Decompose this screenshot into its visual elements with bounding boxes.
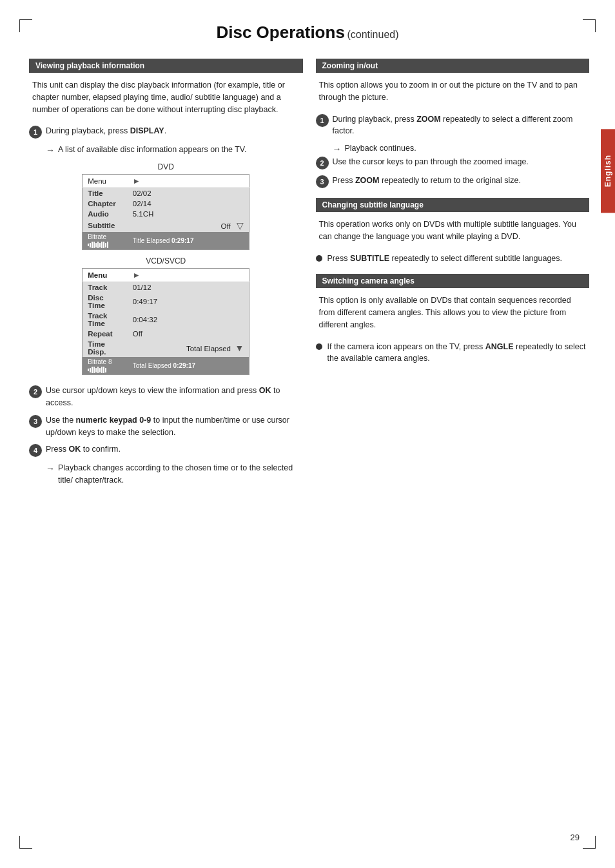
vcd-val-disctime: 0:49:17 (128, 293, 249, 311)
zoom-section-header: Zooming in/out (316, 59, 590, 73)
vcd-row-tracktime: Track Time 0:04:32 (83, 311, 249, 329)
step-4-arrow-text: Playback changes according to the chosen… (58, 462, 303, 487)
main-content: Viewing playback information This unit c… (0, 52, 615, 499)
zoom-step-1-key: ZOOM (416, 115, 441, 124)
step-4-text-before: Press (46, 445, 68, 454)
dvd-bitrate-label: Bitrate (83, 232, 128, 250)
dvd-label: DVD (29, 162, 303, 171)
vcd-row-disctime: Disc Time 0:49:17 (83, 293, 249, 311)
zoom-step-3-key: ZOOM (355, 176, 380, 185)
page-number: 29 (571, 833, 580, 842)
page-continued-label: (continued) (347, 29, 398, 40)
step-4-arrow: → Playback changes according to the chos… (46, 462, 303, 487)
corner-border-rb (595, 836, 596, 849)
dvd-val-audio: 5.1CH (128, 209, 249, 219)
zoom-step-2-num: 2 (316, 157, 329, 169)
corner-border-bl (19, 848, 32, 849)
dvd-row-audio: Audio 5.1CH (83, 209, 249, 219)
step-1-num: 1 (29, 126, 42, 139)
right-column: Zooming in/out This option allows you to… (316, 59, 590, 487)
zoom-step-1-num: 1 (316, 114, 329, 127)
subtitle-bullet-content: Press SUBTITLE repeatedly to select diff… (327, 253, 563, 265)
zoom-step-3-content: Press ZOOM repeatedly to return to the o… (333, 175, 590, 187)
step-2-key: OK (259, 386, 271, 395)
vcd-bitrate-row: Bitrate 8 Total Elapsed 0:29:17 (83, 357, 249, 375)
zoom-step-2-content: Use the cursor keys to pan through the z… (333, 156, 590, 168)
corner-border-rt (595, 19, 596, 32)
dvd-val-title: 02/02 (128, 188, 249, 199)
viewing-intro: This unit can display the disc playback … (29, 79, 303, 115)
subtitle-after: repeatedly to select different subtitle … (389, 254, 562, 263)
page-title-area: Disc Operations (continued) (0, 0, 615, 52)
vcd-row-track: Track 01/12 (83, 282, 249, 293)
subtitle-bullet-dot (316, 255, 322, 262)
left-column: Viewing playback information This unit c… (29, 59, 303, 487)
dvd-menu-arrow: ► (128, 175, 249, 188)
dvd-key-audio: Audio (83, 209, 128, 219)
camera-before: If the camera icon appears on the TV, pr… (327, 342, 485, 351)
page-title: Disc Operations (216, 23, 344, 42)
dvd-key-subtitle: Subtitle (83, 219, 128, 232)
subtitle-key: SUBTITLE (350, 254, 389, 263)
corner-border-lt (19, 19, 20, 32)
zoom-step-3: 3 Press ZOOM repeatedly to return to the… (316, 175, 590, 188)
english-tab: English (601, 129, 615, 213)
step-4: 4 Press OK to confirm. (29, 443, 303, 457)
step-3-key: numeric keypad 0-9 (76, 416, 151, 425)
vcd-key-repeat: Repeat (83, 329, 128, 339)
zoom-intro: This option allows you to zoom in or out… (316, 79, 590, 104)
dvd-bitrate-bar (88, 242, 108, 248)
vcd-row-repeat: Repeat Off (83, 329, 249, 339)
vcd-table-wrapper: Menu ► Track 01/12 Disc Time 0:49:17 Tra… (82, 268, 249, 375)
dvd-bitrate-row: Bitrate Title Elapsed 0:29:17 (83, 232, 249, 250)
step-1-text-before: During playback, press (46, 126, 130, 135)
vcd-bitrate-label: Bitrate 8 (83, 357, 128, 375)
dvd-menu-label: Menu (83, 175, 128, 188)
dvd-row-subtitle: Subtitle Off ▽ (83, 219, 249, 232)
dvd-elapsed: Title Elapsed 0:29:17 (128, 232, 249, 250)
vcd-menu-label: Menu (83, 269, 128, 282)
zoom-step-1-content: During playback, press ZOOM repeatedly t… (333, 113, 590, 138)
vcd-bitrate-bar (88, 367, 106, 373)
dvd-row-title: Title 02/02 (83, 188, 249, 199)
zoom-step-1-arrow-text: Playback continues. (345, 142, 416, 155)
subtitle-section-header: Changing subtitle language (316, 198, 590, 212)
vcd-key-tracktime: Track Time (83, 311, 128, 329)
step-1-text-after: . (164, 126, 166, 135)
vcd-key-track: Track (83, 282, 128, 293)
zoom-step-1: 1 During playback, press ZOOM repeatedly… (316, 113, 590, 138)
vcd-elapsed: Total Elapsed 0:29:17 (128, 357, 249, 375)
vcd-val-tracktime: 0:04:32 (128, 311, 249, 329)
step-1-arrow-text: A list of available disc information app… (58, 144, 247, 156)
subtitle-intro: This operation works only on DVDs with m… (316, 218, 590, 243)
vcd-val-repeat: Off (128, 329, 249, 339)
zoom-step-1-arrow: → Playback continues. (333, 142, 590, 156)
step-4-key: OK (68, 445, 81, 454)
step-4-content: Press OK to confirm. (46, 443, 303, 456)
dvd-val-subtitle: Off ▽ (128, 219, 249, 232)
subtitle-bullet: Press SUBTITLE repeatedly to select diff… (316, 253, 590, 265)
step-3-text-before: Use the (46, 416, 76, 425)
step-1-key: DISPLAY (130, 126, 164, 135)
vcd-label: VCD/SVCD (29, 256, 303, 265)
arrow-symbol-1: → (46, 144, 55, 157)
step-2-text: Use cursor up/down keys to view the info… (46, 386, 259, 395)
subtitle-before: Press (327, 254, 350, 263)
step-1-arrow: → A list of available disc information a… (46, 144, 303, 157)
dvd-key-title: Title (83, 188, 128, 199)
step-1: 1 During playback, press DISPLAY. (29, 125, 303, 139)
camera-bullet-content: If the camera icon appears on the TV, pr… (327, 341, 590, 365)
dvd-menu-row: Menu ► (83, 175, 249, 188)
corner-border-lb (19, 836, 20, 849)
corner-border-tl (19, 19, 32, 20)
zoom-step-1-before: During playback, press (333, 115, 417, 124)
dvd-key-chapter: Chapter (83, 198, 128, 209)
vcd-key-timedisp: Time Disp. (83, 339, 128, 357)
step-3-content: Use the numeric keypad 0-9 to input the … (46, 414, 303, 439)
dvd-row-chapter: Chapter 02/14 (83, 198, 249, 209)
step-2-content: Use cursor up/down keys to view the info… (46, 385, 303, 409)
zoom-step-2: 2 Use the cursor keys to pan through the… (316, 156, 590, 169)
vcd-val-timedisp: Total Elapsed ▼ (128, 339, 249, 357)
dvd-table-wrapper: Menu ► Title 02/02 Chapter 02/14 Audio 5… (82, 174, 249, 250)
vcd-key-disctime: Disc Time (83, 293, 128, 311)
